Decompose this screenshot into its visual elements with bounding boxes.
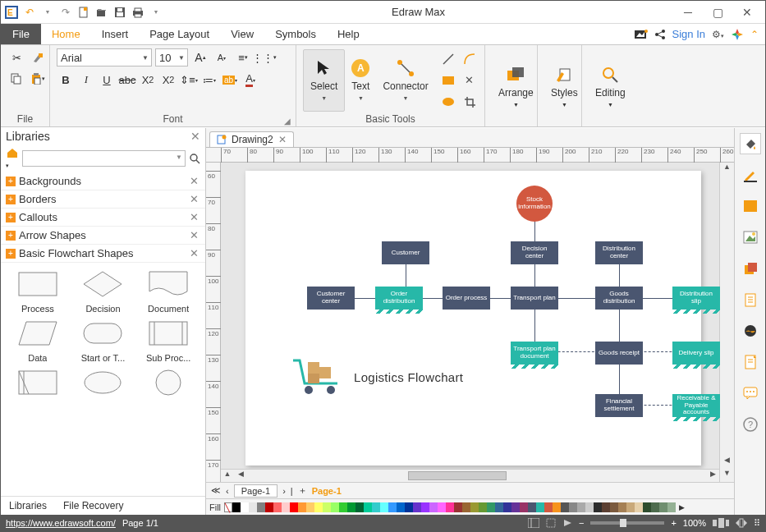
color-swatch[interactable]	[577, 502, 585, 512]
node-delivery-slip[interactable]: Delivery slip	[672, 342, 720, 365]
ellipse-shape-icon[interactable]	[440, 94, 456, 110]
expand-icon[interactable]: +	[6, 213, 16, 222]
color-swatch[interactable]	[544, 502, 553, 512]
drawing-page[interactable]: Stock information Customer Decision cent…	[245, 171, 701, 466]
page-tab-1b[interactable]: Page-1	[312, 486, 342, 496]
sign-in-link[interactable]: Sign In	[672, 28, 705, 40]
shape-stencil[interactable]	[136, 366, 200, 399]
color-swatch[interactable]	[282, 502, 290, 512]
node-financial-settlement[interactable]: Financial settlement	[595, 394, 643, 417]
zoom-slider[interactable]	[590, 521, 664, 525]
shape-stencil[interactable]: Process	[6, 268, 70, 314]
font-name-combo[interactable]: Arial▼	[57, 48, 152, 66]
crop-shape-icon[interactable]	[461, 94, 478, 110]
color-swatch[interactable]	[454, 502, 462, 512]
image-icon[interactable]	[740, 227, 761, 248]
color-swatch[interactable]	[372, 502, 380, 512]
undo-icon[interactable]: ↶	[22, 5, 37, 20]
color-swatch[interactable]	[273, 502, 282, 512]
node-receivable[interactable]: Receivable & Payable accounts	[672, 394, 720, 417]
category-close-icon[interactable]: ✕	[190, 193, 199, 205]
vertical-scrollbar[interactable]: ▲ ◀ ▼	[719, 163, 734, 482]
grow-font-icon[interactable]: A▴	[191, 48, 209, 66]
arc-shape-icon[interactable]	[461, 51, 478, 67]
color-swatch[interactable]	[553, 502, 561, 512]
zoom-in-icon[interactable]: +	[671, 518, 676, 528]
color-swatch[interactable]	[421, 502, 429, 512]
node-distribution-center[interactable]: Distribution center	[595, 241, 643, 264]
subscript-icon[interactable]: X2	[139, 71, 157, 89]
shape-stencil[interactable]: Start or T...	[71, 317, 135, 363]
color-swatch[interactable]	[667, 502, 676, 512]
zoom-out-icon[interactable]: −	[579, 518, 584, 528]
category-close-icon[interactable]: ✕	[190, 247, 199, 259]
color-swatch[interactable]	[306, 502, 314, 512]
library-category[interactable]: +Arrow Shapes✕	[1, 227, 205, 245]
open-icon[interactable]	[94, 5, 109, 20]
libraries-home-icon[interactable]: ▾	[6, 147, 19, 170]
shape-stencil[interactable]: Sub Proc...	[136, 317, 200, 363]
page-prev-icon[interactable]: ≪	[211, 485, 221, 496]
shape-fill-icon[interactable]	[740, 195, 761, 217]
maximize-button[interactable]: ▢	[703, 2, 732, 22]
tab-page-layout[interactable]: Page Layout	[139, 24, 220, 44]
tab-home[interactable]: Home	[41, 24, 91, 44]
node-goods-receipt[interactable]: Goods receipt	[595, 342, 643, 365]
color-swatch[interactable]	[594, 502, 602, 512]
color-swatch[interactable]	[364, 502, 372, 512]
color-swatch[interactable]	[290, 502, 298, 512]
node-order-process[interactable]: Order process	[443, 287, 490, 310]
font-launcher-icon[interactable]: ◢	[284, 117, 292, 125]
new-doc-icon[interactable]	[76, 5, 91, 20]
page-prev-icon[interactable]: ‹	[226, 486, 229, 496]
color-swatch[interactable]	[643, 502, 651, 512]
font-color-icon[interactable]: A▾	[241, 71, 259, 89]
redo-icon[interactable]: ↷	[58, 5, 73, 20]
collapse-ribbon-icon[interactable]: ⌃	[750, 29, 759, 40]
bold-icon[interactable]: B	[57, 71, 75, 89]
node-goods-distribution[interactable]: Goods distribution	[595, 287, 643, 310]
superscript-icon[interactable]: X2	[159, 71, 177, 89]
color-swatch[interactable]	[232, 502, 241, 512]
libraries-close-icon[interactable]: ✕	[190, 130, 200, 143]
color-swatch[interactable]	[265, 502, 273, 512]
library-category[interactable]: +Borders✕	[1, 190, 205, 209]
color-swatch[interactable]	[503, 502, 511, 512]
page-add-icon[interactable]: ＋	[298, 484, 307, 497]
picture-export-icon[interactable]	[635, 29, 648, 40]
arrange-button[interactable]: Arrange▼	[492, 56, 540, 118]
color-swatch[interactable]	[561, 502, 569, 512]
category-close-icon[interactable]: ✕	[190, 175, 199, 187]
file-menu[interactable]: File	[1, 24, 41, 44]
minimize-button[interactable]: ─	[673, 2, 703, 22]
color-swatch[interactable]	[635, 502, 643, 512]
font-size-combo[interactable]: 10▼	[155, 48, 188, 66]
library-category[interactable]: +Callouts✕	[1, 209, 205, 227]
strikethrough-icon[interactable]: abc	[118, 71, 136, 89]
category-close-icon[interactable]: ✕	[190, 229, 199, 241]
edraw-cloud-icon[interactable]	[731, 28, 744, 41]
paste-icon[interactable]: ▾	[29, 70, 47, 88]
color-swatch[interactable]	[298, 502, 306, 512]
layers-icon[interactable]	[740, 258, 761, 279]
expand-icon[interactable]: +	[6, 249, 16, 259]
node-customer[interactable]: Customer	[382, 241, 429, 264]
color-swatch[interactable]	[569, 502, 577, 512]
comments-icon[interactable]	[740, 383, 761, 404]
node-customer-center[interactable]: Customer center	[307, 287, 355, 310]
color-swatch[interactable]	[651, 502, 659, 512]
color-swatch[interactable]	[257, 502, 265, 512]
distribute-icon[interactable]: ⋮⋮▾	[255, 48, 273, 66]
shape-stencil[interactable]: Decision	[71, 268, 135, 314]
color-swatch[interactable]	[339, 502, 347, 512]
file-recovery-tab[interactable]: File Recovery	[55, 497, 131, 515]
color-swatch[interactable]	[241, 502, 249, 512]
page-tab-1[interactable]: Page-1	[234, 484, 278, 498]
library-category[interactable]: +Backgrounds✕	[1, 172, 205, 190]
expand-icon[interactable]: +	[6, 231, 16, 241]
category-close-icon[interactable]: ✕	[190, 211, 199, 223]
text-tool[interactable]: A Text ▼	[345, 49, 376, 112]
close-button[interactable]: ✕	[732, 2, 762, 22]
shape-stencil[interactable]	[6, 366, 70, 399]
color-swatch[interactable]	[380, 502, 388, 512]
